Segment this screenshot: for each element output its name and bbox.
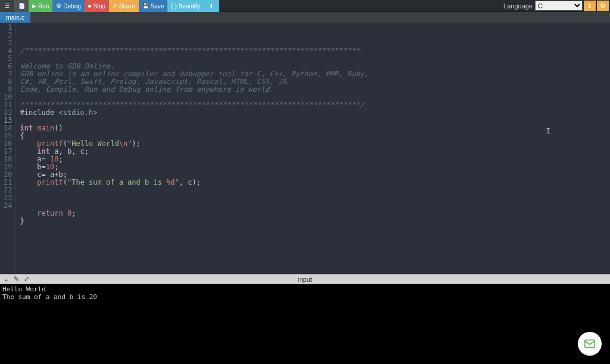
code-line: Code, Compile, Run and Debug online from…: [20, 86, 610, 94]
share-label: Share: [119, 3, 135, 10]
code-line: return 0;: [20, 210, 610, 217]
toolbar-right: Language C ℹ ⚙: [503, 0, 610, 11]
console-toolbar: ⌄ ✎ ⤢ input: [0, 274, 610, 284]
language-select[interactable]: C: [535, 1, 583, 11]
save-label: Save: [151, 3, 164, 10]
tab-bar: main.c: [0, 12, 610, 23]
toolbar-left: ☰ 📄 ▶Run ⦿Debug ■Stop ↗Share 💾Save { } B…: [0, 0, 219, 11]
code-line: int main(): [20, 125, 610, 132]
gutter: 123456789101112131415161718192021222324: [0, 23, 16, 274]
stop-icon: ■: [88, 3, 91, 9]
chat-button[interactable]: [578, 332, 602, 356]
text-cursor-icon: I: [546, 127, 550, 135]
code-line: [20, 186, 610, 194]
save-icon: 💾: [142, 3, 149, 9]
run-button[interactable]: ▶Run: [29, 0, 52, 12]
copy-icon: ✎: [14, 275, 19, 282]
code-line: #include <stdio.h>: [20, 109, 610, 117]
info-icon: ℹ: [589, 2, 591, 10]
debug-button[interactable]: ⦿Debug: [52, 0, 84, 12]
tab-main-c[interactable]: main.c: [0, 12, 30, 23]
console-tab-input[interactable]: input: [298, 276, 312, 283]
debug-label: Debug: [63, 3, 80, 10]
mail-icon: [583, 337, 596, 350]
code-line: [20, 202, 610, 210]
code-line: a= 10;: [20, 155, 610, 163]
settings-button[interactable]: ⚙: [597, 1, 609, 11]
share-button[interactable]: ↗Share: [109, 0, 139, 12]
code-line: /***************************************…: [20, 47, 610, 55]
menu-icon: ☰: [5, 3, 10, 9]
code-line: int a, b, c;: [20, 148, 610, 155]
beautify-label: { } Beautify: [171, 3, 200, 10]
new-file-button[interactable]: 📄: [14, 0, 29, 12]
tab-label: main.c: [6, 14, 24, 21]
code-line: [20, 117, 610, 125]
console-output[interactable]: Hello World The sum of a and b is 20: [0, 284, 610, 364]
download-button[interactable]: ⬇: [204, 0, 219, 12]
console-line: Hello World: [2, 285, 46, 293]
code-line: }: [20, 217, 610, 225]
chevron-down-icon: ⌄: [4, 275, 9, 282]
stop-label: Stop: [93, 3, 105, 10]
run-label: Run: [38, 3, 49, 10]
file-icon: 📄: [18, 3, 25, 9]
beautify-button[interactable]: { } Beautify: [167, 0, 203, 12]
code-line: b=10;: [20, 163, 610, 171]
save-button[interactable]: 💾Save: [139, 0, 168, 12]
console-collapse-button[interactable]: ⌄: [4, 275, 9, 283]
code-editor[interactable]: 123456789101112131415161718192021222324 …: [0, 23, 610, 274]
console-copy-button[interactable]: ✎: [14, 275, 19, 283]
debug-icon: ⦿: [56, 3, 61, 9]
share-icon: ↗: [113, 3, 117, 9]
code-line: printf("The sum of a and b is %d", c);: [20, 179, 610, 186]
expand-icon: ⤢: [24, 275, 29, 282]
code-line: ****************************************…: [20, 101, 610, 109]
download-icon: ⬇: [209, 3, 214, 9]
menu-button[interactable]: ☰: [0, 0, 14, 12]
code-line: printf("Hello World\n");: [20, 140, 610, 148]
console-controls: ⌄ ✎ ⤢: [0, 275, 29, 283]
code-line: [20, 225, 610, 233]
stop-button[interactable]: ■Stop: [85, 0, 109, 12]
line-number: 24: [4, 202, 12, 210]
info-button[interactable]: ℹ: [584, 1, 596, 11]
gear-icon: ⚙: [600, 2, 606, 10]
code-line: [20, 194, 610, 202]
toolbar: ☰ 📄 ▶Run ⦿Debug ■Stop ↗Share 💾Save { } B…: [0, 0, 610, 12]
console-expand-button[interactable]: ⤢: [24, 275, 29, 283]
code-area[interactable]: I /*************************************…: [16, 23, 610, 274]
console-line: The sum of a and b is 20: [2, 293, 97, 301]
play-icon: ▶: [32, 3, 36, 9]
language-label: Language: [503, 2, 533, 10]
